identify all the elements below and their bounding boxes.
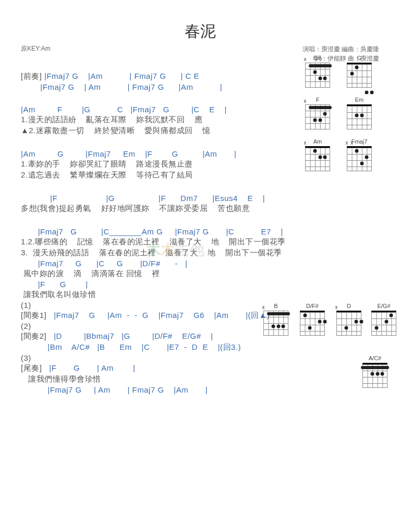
chord-diagram-b: Bx	[263, 303, 288, 338]
chord-diagram-f: Fx	[305, 97, 330, 132]
chord-diagram-ac: A/C#	[362, 355, 387, 390]
chord-diagram-label: D/F#	[300, 303, 325, 309]
outro-num: (3)	[21, 353, 379, 362]
chord-diagram-label: Bm	[305, 55, 330, 61]
chord-diagram-df: D/F#	[300, 303, 325, 338]
chord-diagram-bm: Bmx	[305, 55, 330, 90]
chord-diagram-label: G	[347, 55, 372, 61]
chord-diagram-label: D	[336, 303, 361, 309]
outro-chords2: |Fmaj7 G | Am | Fmaj7 G |Am |	[21, 385, 379, 394]
chord-diagram-label: E/G#	[371, 303, 396, 309]
chord-diagram-eg: E/G#	[371, 303, 396, 338]
chord-diagram-em: Em	[347, 97, 372, 132]
inter2-line2: |Bm A/C# |B Em |C |E7 - D E |(回3.)	[21, 342, 379, 352]
chorus-lyric5: 讓我們取名叫做珍惜	[21, 290, 379, 300]
chord-diagram-label: Am	[305, 138, 330, 145]
outro-chords1: [尾奏] |F G | Am |	[21, 363, 379, 373]
chord-diagram-fmaj7: Fmaj7xx	[347, 138, 372, 173]
chorus-chords2: |Fmaj7 G |C G |D/F# - |	[21, 259, 379, 268]
pre-chords: |F |G |F Dm7 |Esus4 E |	[21, 194, 379, 203]
pre-lyric: 多想(我會)提起勇氣 好好地呵護妳 不讓妳受委屈 苦也願意	[21, 204, 379, 214]
outro-lyric: 讓我們懂得學會珍惜	[21, 374, 379, 384]
chord-diagram-label: B	[263, 303, 288, 309]
credits-line1: 演唱：庾澄慶 編曲：吳慶隆	[302, 44, 379, 54]
chord-diagram-am: Amx	[305, 138, 330, 173]
inter2-line1: [間奏2] |D |Bbmaj7 |G |D/F# E/G# |	[21, 332, 379, 341]
song-title: 春泥	[21, 21, 379, 42]
chorus-chords3: |F G |	[21, 280, 379, 289]
chord-diagram-label: A/C#	[362, 355, 387, 361]
chord-diagram-label: Em	[347, 97, 372, 103]
chord-diagram-g: G	[347, 55, 372, 90]
chorus-chords1: |Fmaj7 G |C_______Am G |Fmaj7 G |C E7 |	[21, 227, 379, 236]
chord-diagram-label: F	[305, 97, 330, 103]
original-key: 原KEY:Am	[21, 44, 51, 63]
chorus-lyric12: 1.2.哪些痛的 記憶 落在春的泥土裡 滋養了大 地 開出下一個花季	[21, 237, 379, 247]
inter1-num: (1)	[21, 301, 379, 310]
chorus-lyric3: 3. 漫天紛飛的話語 落在春的泥土裡 滋養了大 地 開出下一個花季	[21, 248, 379, 258]
inter1-line: [間奏1] |Fmaj7 G |Am - - G |Fmaj7 G6 |Am |…	[21, 311, 379, 321]
chord-diagram-d: Dx	[336, 303, 361, 338]
chorus-lyric4: 風中妳的淚 滴 滴滴落在 回憶 裡	[21, 269, 379, 279]
